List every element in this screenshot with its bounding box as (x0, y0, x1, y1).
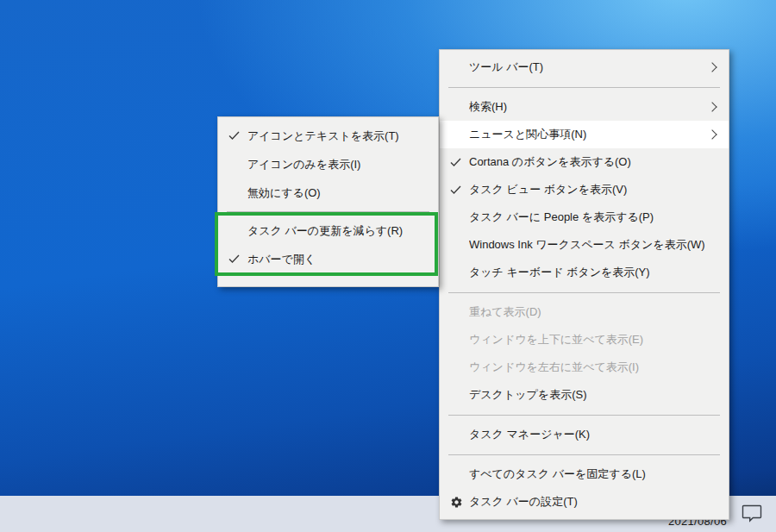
menu-item-show-task-view-button[interactable]: タスク ビュー ボタンを表示(V) (440, 176, 729, 203)
menu-item-label: タスク バーに People を表示する(P) (469, 210, 706, 225)
submenu-item-show-icon-only[interactable]: アイコンのみを表示(I) (218, 150, 438, 178)
action-center-icon (741, 504, 763, 523)
menu-item-label: Cortana のボタンを表示する(O) (469, 154, 706, 170)
menu-item-show-windows-stacked: ウィンドウを上下に並べて表示(E) (440, 326, 729, 354)
menu-item-label: 検索(H) (469, 99, 706, 115)
menu-item-label: 重ねて表示(D) (469, 304, 706, 320)
submenu-item-open-on-hover[interactable]: ホバーで開く (218, 245, 438, 273)
check-icon (228, 254, 247, 264)
news-and-interests-submenu: アイコンとテキストを表示(T) アイコンのみを表示(I) 無効にする(O) タス… (217, 116, 439, 287)
menu-item-label: ツール バー(T) (469, 59, 706, 75)
menu-item-label: すべてのタスク バーを固定する(L) (469, 466, 706, 482)
menu-item-task-manager[interactable]: タスク マネージャー(K) (440, 421, 729, 448)
menu-item-show-touch-keyboard[interactable]: タッチ キーボード ボタンを表示(Y) (440, 259, 729, 286)
menu-item-label: タスク バーの設定(T) (469, 494, 706, 510)
menu-item-label: ウィンドウを左右に並べて表示(I) (469, 360, 706, 375)
menu-item-lock-all-taskbars[interactable]: すべてのタスク バーを固定する(L) (440, 460, 729, 488)
menu-item-label: タッチ キーボード ボタンを表示(Y) (469, 265, 706, 280)
menu-item-cascade-windows: 重ねて表示(D) (440, 298, 729, 326)
menu-item-label: ニュースと関心事項(N) (469, 127, 706, 142)
menu-item-label: 無効にする(O) (247, 185, 428, 201)
menu-item-news-and-interests[interactable]: ニュースと関心事項(N) (440, 121, 729, 148)
menu-item-label: アイコンとテキストを表示(T) (247, 128, 428, 144)
chevron-right-icon (707, 129, 717, 139)
menu-separator (448, 292, 720, 293)
menu-item-search[interactable]: 検索(H) (440, 93, 729, 121)
chevron-right-icon (707, 102, 717, 111)
check-icon (450, 185, 469, 195)
submenu-item-turn-off[interactable]: 無効にする(O) (218, 178, 438, 207)
menu-item-show-cortana-button[interactable]: Cortana のボタンを表示する(O) (440, 148, 729, 176)
menu-separator (448, 87, 720, 88)
submenu-item-reduce-taskbar-updates[interactable]: タスク バーの更新を減らす(R) (218, 216, 438, 245)
menu-item-toolbars[interactable]: ツール バー(T) (440, 53, 729, 81)
menu-item-label: Windows Ink ワークスペース ボタンを表示(W) (469, 237, 706, 253)
menu-separator (448, 415, 720, 416)
taskbar-context-menu: ツール バー(T) 検索(H) ニュースと関心事項(N) Cortana のボタ… (439, 49, 729, 520)
menu-item-show-desktop[interactable]: デスクトップを表示(S) (440, 381, 729, 409)
menu-separator (227, 211, 429, 212)
menu-item-label: タスク ビュー ボタンを表示(V) (469, 182, 706, 197)
menu-separator (448, 454, 720, 455)
submenu-item-show-icon-and-text[interactable]: アイコンとテキストを表示(T) (218, 122, 438, 150)
check-icon (228, 131, 247, 141)
menu-item-taskbar-settings[interactable]: タスク バーの設定(T) (440, 488, 729, 516)
menu-item-label: タスク バーの更新を減らす(R) (247, 223, 428, 239)
check-icon (450, 158, 469, 167)
menu-item-show-windows-side-by-side: ウィンドウを左右に並べて表示(I) (440, 354, 729, 381)
action-center-button[interactable] (740, 502, 764, 524)
gear-icon (450, 496, 469, 509)
menu-item-label: デスクトップを表示(S) (469, 387, 706, 403)
menu-item-label: アイコンのみを表示(I) (247, 157, 428, 172)
menu-item-label: タスク マネージャー(K) (469, 427, 706, 442)
chevron-right-icon (707, 62, 717, 72)
menu-item-show-windows-ink-workspace[interactable]: Windows Ink ワークスペース ボタンを表示(W) (440, 231, 729, 259)
menu-item-label: ウィンドウを上下に並べて表示(E) (469, 332, 706, 347)
desktop-wallpaper[interactable]: 2021/08/06 ツール バー(T) 検索(H) ニュースと関心事項(N) (0, 0, 776, 532)
menu-item-label: ホバーで開く (247, 252, 428, 267)
menu-item-show-people[interactable]: タスク バーに People を表示する(P) (440, 203, 729, 231)
